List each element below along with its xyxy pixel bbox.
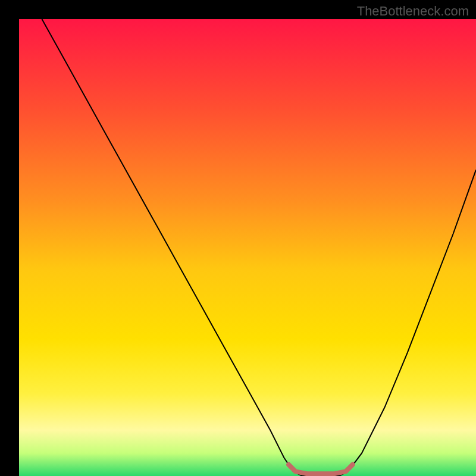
- bottleneck-chart: [0, 0, 476, 476]
- chart-container: TheBottleneck.com: [0, 0, 476, 476]
- gradient-background: [19, 19, 476, 476]
- watermark-label: TheBottleneck.com: [357, 4, 469, 19]
